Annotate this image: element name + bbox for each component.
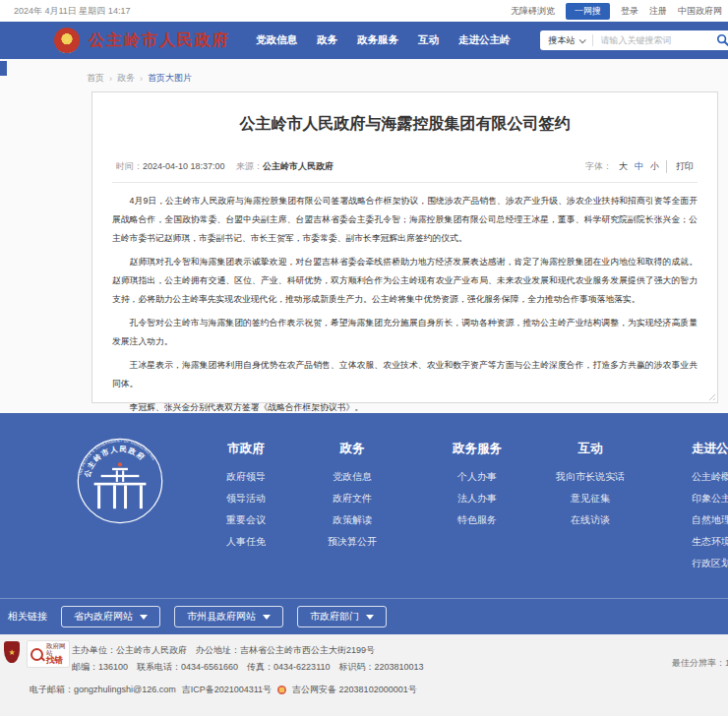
register-link[interactable]: 注册 [649, 5, 667, 18]
print-button[interactable]: 打印 [666, 160, 694, 173]
site-header: ★ 公主岭市人民政府 党政信息 政务 政务服务 互动 走进公主岭 搜本站 [0, 22, 728, 59]
login-link[interactable]: 登录 [621, 5, 638, 18]
dropdown-gov-departments[interactable]: 市政府部门 [297, 606, 387, 627]
footer-col-city-gov: 市政府 政府领导 领导活动 重要会议 人事任免 [197, 441, 295, 559]
unified-search-button[interactable]: 一网搜 [566, 3, 610, 20]
search-scope-select[interactable]: 搜本站 [549, 34, 584, 47]
caret-down-icon [140, 615, 148, 620]
nav-item-gov-affairs[interactable]: 政务 [317, 33, 337, 47]
footer-link[interactable]: 领导活动 [197, 494, 295, 504]
source-label: 来源： [236, 161, 263, 171]
site-search-box: 搜本站 [540, 30, 728, 50]
government-seal-logo: THE PEOPLE'S GOVERNMENT OF GONGZHULING 公… [77, 438, 163, 524]
main-nav: 党政信息 政务 政务服务 互动 走进公主岭 [256, 33, 511, 47]
contact-line: 邮编：136100 联系电话：0434-6561660 传真：0434-6223… [72, 661, 424, 674]
dropdown-city-county-sites[interactable]: 市州县政府网站 [174, 606, 283, 627]
sponsor-address-line: 主办单位：公主岭市人民政府 办公地址：吉林省公主岭市西公主大街2199号 [72, 644, 375, 657]
footer-link[interactable]: 政策解读 [303, 515, 401, 525]
publish-time: 2024-04-10 18:37:00 [143, 161, 225, 171]
article-card: 公主岭市人民政府与海露控股集团有限公司签约 时间：2024-04-10 18:3… [91, 91, 718, 403]
breadcrumb-separator: › [140, 74, 143, 84]
breadcrumb-home[interactable]: 首页 [87, 72, 104, 85]
footer-col-interaction: 互动 我向市长说实话 意见征集 在线访谈 [526, 441, 654, 537]
footer-link[interactable]: 自然地理 [692, 515, 728, 525]
site-title: 公主岭市人民政府 [89, 30, 230, 51]
search-input[interactable] [601, 35, 716, 45]
nav-item-party-info[interactable]: 党政信息 [256, 33, 297, 47]
nav-item-about-city[interactable]: 走进公主岭 [458, 33, 511, 47]
paragraph: 4月9日，公主岭市人民政府与海露控股集团有限公司签署战略合作框架协议，围绕涉农产… [112, 192, 698, 248]
footer-link[interactable]: 意见征集 [526, 494, 654, 504]
font-size-small[interactable]: 小 [650, 160, 659, 173]
time-label: 时间： [116, 161, 143, 171]
font-size-large[interactable]: 大 [619, 160, 628, 173]
email-text: 电子邮箱：gongzhulingshi@126.com [30, 684, 176, 696]
breadcrumb-gov[interactable]: 政务 [117, 72, 135, 85]
chevron-down-icon [578, 36, 585, 43]
footer-link[interactable]: 政府文件 [303, 494, 401, 504]
best-resolution-note: 最佳分辨率：1920*1080 [672, 657, 728, 670]
accessibility-link[interactable]: 无障碍浏览 [511, 5, 555, 18]
footer-link[interactable]: 行政区划 [692, 559, 728, 568]
paragraph: 王冰星表示，海露集团将利用自身优势在农产品销售、立体农服、农业技术、农业和数字资… [112, 356, 698, 393]
china-gov-link[interactable]: 中国政府网 [678, 5, 722, 18]
search-icon[interactable] [716, 33, 728, 47]
footer-col-title[interactable]: 市政府 [197, 441, 295, 457]
footer-link[interactable]: 政府领导 [197, 472, 295, 482]
decorative-corner-tab [0, 61, 7, 76]
current-datetime: 2024年 4月11日 星期四 14:17 [14, 5, 130, 18]
nav-item-gov-services[interactable]: 政务服务 [357, 33, 398, 47]
main-content-area: 首页 › 政务 › 首页大图片 公主岭市人民政府与海露控股集团有限公司签约 时间… [0, 59, 728, 413]
top-utility-bar: 2024年 4月11日 星期四 14:17 无障碍浏览 一网搜 登录 注册 中国… [0, 0, 728, 22]
footer-link[interactable]: 生态环境 [692, 537, 728, 547]
icp-number[interactable]: 吉ICP备2021004311号 [182, 684, 272, 696]
footer-col-title[interactable]: 政务 [303, 441, 401, 457]
font-size-label: 字体： [585, 160, 612, 173]
footer-link[interactable]: 我向市长说实话 [526, 472, 654, 482]
footer-link[interactable]: 党政信息 [303, 472, 401, 482]
footer-link[interactable]: 个人办事 [418, 472, 536, 482]
national-emblem-icon: ★ [54, 28, 80, 53]
police-badge-icon [277, 686, 286, 694]
related-links-label: 相关链接 [8, 610, 47, 624]
paragraph: 孔令智对公主岭市与海露集团的签约合作表示祝贺，希望海露集团充分施展自身所长，调动… [112, 314, 698, 351]
article-source: 公主岭市人民政府 [263, 161, 334, 171]
article-title: 公主岭市人民政府与海露控股集团有限公司签约 [112, 114, 698, 135]
bottom-info-footer: ★ 政府网站 找错 主办单位：公主岭市人民政府 办公地址：吉林省公主岭市西公主大… [0, 634, 728, 716]
breadcrumb-separator: › [109, 74, 112, 84]
footer-link[interactable]: 公主岭概况 [692, 472, 728, 482]
site-error-report-badge[interactable]: 政府网站 找错 [27, 640, 70, 668]
footer-link[interactable]: 特色服务 [418, 515, 536, 525]
footer-link[interactable]: 法人办事 [418, 494, 536, 504]
footer-col-title[interactable]: 互动 [526, 441, 654, 457]
police-record-number[interactable]: 吉公网安备 22038102000001号 [292, 684, 417, 696]
dropdown-provincial-sites[interactable]: 省内政府网站 [61, 606, 160, 627]
footer-col-services: 政务服务 个人办事 法人办事 特色服务 [418, 441, 536, 537]
caret-down-icon [263, 615, 271, 620]
search-divider [592, 34, 593, 46]
caret-down-icon [366, 615, 374, 620]
footer-link[interactable]: 预决算公开 [303, 537, 401, 547]
article-body: 4月9日，公主岭市人民政府与海露控股集团有限公司签署战略合作框架协议，围绕涉农产… [112, 192, 698, 422]
article-meta-bar: 时间：2024-04-10 18:37:00 来源：公主岭市人民政府 字体： 大… [112, 160, 698, 183]
footer-link[interactable]: 在线访谈 [526, 515, 654, 525]
archway-gate-icon [94, 462, 147, 508]
footer-link[interactable]: 印象公主岭 [692, 494, 728, 504]
footer-link[interactable]: 人事任免 [197, 537, 295, 547]
email-icp-line: 电子邮箱：gongzhulingshi@126.com 吉ICP备2021004… [30, 684, 417, 696]
footer-col-about-city: 走进公主岭 公主岭概况 印象公主岭 自然地理 生态环境 行政区划 [692, 441, 728, 580]
breadcrumb-current[interactable]: 首页大图片 [148, 72, 192, 85]
related-links-bar: 相关链接 省内政府网站 市州县政府网站 市政府部门 [0, 598, 728, 634]
breadcrumb: 首页 › 政务 › 首页大图片 [87, 72, 192, 85]
footer-col-gov-affairs: 政务 党政信息 政府文件 政策解读 预决算公开 [303, 441, 401, 559]
nav-item-interaction[interactable]: 互动 [418, 33, 439, 47]
footer-link[interactable]: 重要会议 [197, 515, 295, 525]
supervision-shield-icon[interactable]: ★ [4, 641, 20, 663]
paragraph: 赵师琪对孔令智和海露集团表示诚挚欢迎，对台盟吉林省委会牵线搭桥助力地方经济发展表… [112, 253, 698, 309]
footer-col-title[interactable]: 政务服务 [418, 441, 536, 457]
font-size-medium[interactable]: 中 [635, 160, 643, 173]
footer-col-title[interactable]: 走进公主岭 [692, 441, 728, 457]
error-magnifier-icon [30, 648, 43, 661]
site-footer: THE PEOPLE'S GOVERNMENT OF GONGZHULING 公… [0, 413, 728, 598]
